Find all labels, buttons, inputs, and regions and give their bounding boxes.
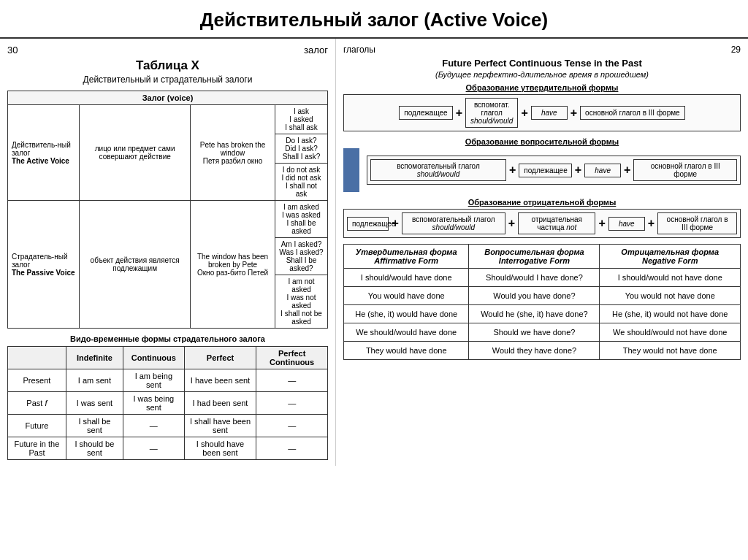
tense-present: Present [8, 369, 66, 392]
aff-4: We should/would have done [344, 323, 469, 342]
plus-icon-5: + [575, 164, 581, 177]
col-header-perfect-continuous: Perfect Continuous [256, 347, 328, 369]
passive-voice-example: The window has been broken by PeteОкно р… [191, 201, 275, 329]
neg-particle: отрицательная частица not [518, 212, 595, 234]
int-1: Should/would I have done? [469, 269, 600, 287]
neg-have: have [608, 217, 645, 231]
future-perfect: I shall have been sent [184, 415, 256, 437]
col-header-indefinite: Indefinite [66, 347, 123, 369]
present-perfect: I have been sent [184, 369, 256, 392]
col-affirmative: Утвердительная формаAffirmative Form [344, 245, 469, 269]
table-row: Past f I was sent I was being sent I had… [8, 392, 328, 415]
plus-icon-6: + [624, 164, 630, 177]
plus-icon-8: + [508, 217, 515, 230]
col-interrogative: Вопросительная формаInterrogative Form [469, 245, 600, 269]
negative-label: Образование отрицательной формы [343, 198, 741, 207]
int-have: have [584, 164, 621, 177]
neg-3: He (she, it) would not have done [600, 305, 741, 323]
plus-icon-1: + [456, 107, 462, 120]
neg-5: They would not have done [600, 342, 741, 360]
future-continuous: — [123, 415, 184, 437]
aff-subject: подлежащее [399, 106, 452, 120]
tense-past: Past f [8, 392, 66, 415]
right-section-subtitle: (Будущее перфектно-длительное время в пр… [343, 70, 741, 79]
page-title: Действительный залог (Active Voice) [0, 0, 748, 39]
right-panel: глаголы 29 Future Perfect Continuous Ten… [336, 39, 748, 466]
forms-table: Утвердительная формаAffirmative Form Воп… [343, 244, 741, 360]
plus-icon-3: + [570, 107, 577, 120]
table-row: We should/would have done Should we have… [344, 323, 741, 342]
active-voice-label: Действитель-ный залогThe Active Voice [8, 105, 80, 201]
tense-future: Future [8, 415, 66, 437]
right-page-num: 29 [731, 45, 741, 55]
future-perfect-continuous: — [256, 415, 328, 437]
plus-icon-9: + [598, 217, 605, 230]
int-5: Would they have done? [469, 342, 600, 360]
aff-2: You would have done [344, 287, 469, 305]
passive-tense-table: Indefinite Continuous Perfect Perfect Co… [7, 346, 328, 460]
voice-header: Залог (voice) [8, 91, 328, 105]
active-voice-example: Pete has broken the windowПетя разбил ок… [191, 105, 275, 201]
past-continuous: I was being sent [123, 392, 184, 415]
interrogative-formation: Образование вопросительной формы вспомог… [343, 137, 741, 192]
past-perfect: I had been sent [184, 392, 256, 415]
left-panel: 30 залог Таблица X Действительный и стра… [0, 39, 336, 466]
neg-main: основной глагол в III форме [657, 212, 737, 234]
aff-have: have [531, 106, 568, 120]
table-row: Future I shall be sent — I shall have be… [8, 415, 328, 437]
present-continuous: I am being sent [123, 369, 184, 392]
neg-1: I should/would not have done [600, 269, 741, 287]
neg-4: We should/would not have done [600, 323, 741, 342]
future-past-indefinite: I should be sent [66, 437, 123, 460]
active-interrogative: Do I ask?Did I ask?Shall I ask? [275, 134, 327, 164]
active-voice-desc: лицо или предмет сами совершают действие [80, 105, 191, 201]
future-indefinite: I shall be sent [66, 415, 123, 437]
passive-affirmative: I am askedI was askedI shall be asked [275, 201, 327, 238]
table-row: Future in the Past I should be sent — I … [8, 437, 328, 460]
neg-subject: подлежащее [347, 217, 389, 231]
col-header-continuous: Continuous [123, 347, 184, 369]
affirmative-row: подлежащее + вспомогат.глаголshould/woul… [343, 94, 741, 131]
aff-5: They would have done [344, 342, 469, 360]
glagoly-label: глаголы [343, 45, 375, 55]
aff-1: I should/would have done [344, 269, 469, 287]
passive-negative: I am not askedI was not askedI shall not… [275, 275, 327, 329]
table-row: He (she, it) would have done Would he (s… [344, 305, 741, 323]
int-subject: подлежащее [519, 164, 571, 177]
int-2: Would you have done? [469, 287, 600, 305]
blue-rectangle [343, 148, 359, 192]
table-row: You would have done Would you have done?… [344, 287, 741, 305]
passive-tense-title: Видо-временные формы страдательного зало… [7, 334, 328, 343]
negative-formation: Образование отрицательной формы подлежащ… [343, 198, 741, 238]
plus-icon-10: + [648, 217, 654, 230]
active-negative: I do not askI did not askI shall not ask [275, 164, 327, 201]
future-past-perfect: I should have been sent [184, 437, 256, 460]
int-aux: вспомогательный глагол should/would [370, 159, 506, 181]
aff-main: основной глагол в III форме [580, 106, 685, 120]
future-past-perfect-continuous: — [256, 437, 328, 460]
table-row: They would have done Would they have don… [344, 342, 741, 360]
affirmative-formation: Образование утвердительной формы подлежа… [343, 83, 741, 131]
aff-aux: вспомогат.глаголshould/would [465, 98, 518, 128]
col-header-blank [8, 347, 66, 369]
present-indefinite: I am sent [66, 369, 123, 392]
affirmative-label: Образование утвердительной формы [343, 83, 741, 92]
interrogative-label: Образование вопросительной формы [343, 137, 741, 146]
col-negative: Отрицательная формаNegative Form [600, 245, 741, 269]
table-row: I should/would have done Should/would I … [344, 269, 741, 287]
neg-aux: вспомогательный глагол should/would [402, 212, 505, 234]
active-affirmative: I askI askedI shall ask [275, 105, 327, 134]
table-title: Таблица X [7, 58, 328, 73]
right-section-title: Future Perfect Continuous Tense in the P… [343, 58, 741, 69]
col-header-perfect: Perfect [184, 347, 256, 369]
left-page-num: 30 [7, 45, 18, 55]
neg-2: You would not have done [600, 287, 741, 305]
interrogative-row: вспомогательный глагол should/would + по… [367, 156, 741, 185]
aff-3: He (she, it) would have done [344, 305, 469, 323]
table-row: Present I am sent I am being sent I have… [8, 369, 328, 392]
zalog-label: залог [304, 45, 328, 55]
tense-future-past: Future in the Past [8, 437, 66, 460]
int-main: основной глагол в III форме [633, 159, 737, 181]
voice-table: Залог (voice) Действитель-ный залогThe A… [7, 91, 328, 329]
passive-voice-desc: объект действия является подлежащим [80, 201, 191, 329]
